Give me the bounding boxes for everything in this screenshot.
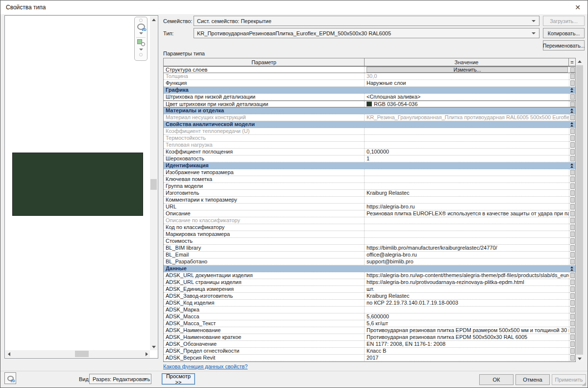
param-value[interactable]: Резиновая плитка EUROFLEX® используется …: [365, 210, 569, 217]
param-value[interactable]: Противоударная резиновая плитка EPDM 500…: [365, 334, 569, 340]
associate-parameter-button[interactable]: [570, 218, 575, 223]
steering-wheel-2d-icon[interactable]: [137, 24, 145, 30]
associate-parameter-button[interactable]: [570, 129, 575, 134]
param-value[interactable]: [365, 238, 569, 244]
scrollbar-thumb[interactable]: [576, 65, 583, 355]
ok-button[interactable]: ОК: [479, 374, 514, 385]
section-row[interactable]: Графика: [164, 87, 575, 94]
param-value[interactable]: https://alegria-bro.ru/wp-content/themes…: [365, 272, 569, 279]
param-value[interactable]: Противоударная резиновая плитка EPDM раз…: [365, 327, 569, 334]
scroll-down-icon[interactable]: [150, 343, 157, 350]
close-icon[interactable]: ✕: [568, 0, 588, 14]
param-value[interactable]: Kraiburg Relastec: [365, 190, 569, 196]
associate-parameter-button[interactable]: [570, 300, 575, 306]
chevron-down-icon[interactable]: [139, 32, 143, 34]
collapse-chevrons-icon[interactable]: [568, 87, 575, 93]
associate-parameter-button[interactable]: [570, 204, 575, 209]
edit-structure-button[interactable]: Изменить...: [367, 67, 568, 73]
param-value[interactable]: Изменить...: [365, 67, 569, 73]
scroll-left-icon[interactable]: [5, 350, 12, 358]
load-button[interactable]: Загрузить...: [543, 16, 585, 26]
associate-parameter-button[interactable]: [570, 225, 575, 230]
section-row[interactable]: Идентификация: [164, 162, 575, 169]
associate-parameter-button[interactable]: [570, 197, 575, 203]
collapse-chevrons-icon[interactable]: [568, 121, 575, 128]
param-value[interactable]: по КСР 22.19.73.140.01.7.19.18-0003: [365, 300, 569, 306]
associate-parameter-button[interactable]: [570, 259, 575, 264]
associate-parameter-button[interactable]: [570, 183, 575, 189]
associate-parameter-button[interactable]: [570, 156, 575, 161]
param-value[interactable]: office@alegria-bro.ru: [365, 252, 569, 258]
duplicate-button[interactable]: Копировать...: [543, 28, 585, 38]
associate-parameter-button[interactable]: [570, 142, 575, 148]
section-row[interactable]: Данные: [164, 265, 575, 272]
chevron-down-icon[interactable]: [139, 49, 143, 51]
param-value[interactable]: [365, 224, 569, 231]
scroll-up-icon[interactable]: [150, 16, 157, 23]
param-value[interactable]: 2017: [365, 355, 569, 361]
scroll-down-icon[interactable]: [576, 355, 584, 362]
associate-parameter-button[interactable]: [570, 94, 575, 100]
preview-wheel-button[interactable]: [4, 372, 16, 384]
associate-parameter-button[interactable]: [570, 293, 575, 299]
type-select[interactable]: KR_ПротивоударнаяРезиноваяПлитка_Eurofle…: [194, 28, 539, 38]
associate-parameter-button[interactable]: [570, 348, 575, 354]
param-value[interactable]: EN 1177: 2008, EN 1176-1: 2008: [365, 341, 569, 347]
associate-parameter-button[interactable]: [570, 102, 575, 107]
param-value[interactable]: [365, 231, 569, 237]
associate-parameter-button[interactable]: [570, 177, 575, 182]
param-value[interactable]: support@bimlib.pro: [365, 259, 569, 265]
associate-parameter-button[interactable]: [570, 245, 575, 251]
section-row[interactable]: Свойства аналитической модели: [164, 121, 575, 128]
scroll-up-icon[interactable]: [576, 58, 584, 65]
table-vertical-scrollbar[interactable]: [576, 58, 584, 362]
preview-vertical-scrollbar[interactable]: [150, 16, 157, 350]
section-row[interactable]: Материалы и отделка: [164, 107, 575, 114]
associate-parameter-button[interactable]: [570, 307, 575, 312]
param-value[interactable]: [365, 176, 569, 182]
associate-parameter-button[interactable]: [570, 314, 575, 319]
associate-parameter-button[interactable]: [570, 170, 575, 175]
param-value[interactable]: 1: [365, 155, 569, 162]
associate-parameter-button[interactable]: [570, 335, 575, 340]
param-value[interactable]: [365, 307, 569, 313]
scrollbar-thumb[interactable]: [75, 351, 89, 357]
associate-parameter-button[interactable]: [570, 80, 575, 86]
cancel-button[interactable]: Отмена: [515, 374, 550, 385]
view-select[interactable]: Разрез: Редактировать атри: [89, 374, 151, 384]
collapse-chevrons-icon[interactable]: [568, 162, 575, 169]
param-value[interactable]: [365, 169, 569, 176]
scrollbar-thumb[interactable]: [150, 179, 157, 190]
associate-parameter-button[interactable]: [570, 328, 575, 333]
associate-parameter-button[interactable]: [570, 273, 575, 278]
rename-button[interactable]: Переименовать...: [543, 40, 585, 51]
scroll-right-icon[interactable]: [143, 350, 150, 358]
param-value[interactable]: [365, 183, 569, 189]
associate-parameter-button[interactable]: [570, 341, 575, 347]
param-value[interactable]: <Сплошная заливка>: [365, 94, 569, 100]
preview-horizontal-scrollbar[interactable]: [5, 350, 150, 358]
associate-parameter-button[interactable]: [570, 190, 575, 196]
param-value[interactable]: https://alegria-bro.ru/protivoudarnaya-r…: [365, 279, 569, 285]
param-value[interactable]: https://bimlib.pro/manufacturer/kraiburg…: [365, 245, 569, 251]
associate-parameter-button[interactable]: [570, 321, 575, 326]
associate-parameter-button[interactable]: [570, 252, 575, 258]
associate-parameter-button[interactable]: [570, 280, 575, 285]
apply-button[interactable]: Применить: [552, 374, 586, 385]
zoom-region-icon[interactable]: [137, 39, 145, 46]
param-value[interactable]: Класс B: [365, 348, 569, 354]
param-value[interactable]: RGB 036-054-036: [365, 101, 569, 107]
preview-toggle-button[interactable]: Просмотр >>: [162, 373, 195, 385]
param-value[interactable]: шт.: [365, 286, 569, 292]
param-value[interactable]: Kraiburg Relastec: [365, 293, 569, 299]
param-value[interactable]: 0,100000: [365, 149, 569, 155]
associate-parameter-button[interactable]: [570, 238, 575, 244]
param-value[interactable]: 5,6 кг/шт: [365, 320, 569, 327]
associate-parameter-button[interactable]: [570, 355, 575, 361]
associate-parameter-button[interactable]: [570, 74, 575, 79]
column-header-parameter[interactable]: Параметр: [164, 58, 365, 66]
family-select[interactable]: Сист. семейство: Перекрытие: [194, 16, 539, 26]
collapse-chevrons-icon[interactable]: [568, 107, 575, 114]
associate-parameter-button[interactable]: [570, 115, 575, 120]
associate-parameter-button[interactable]: [570, 67, 575, 73]
